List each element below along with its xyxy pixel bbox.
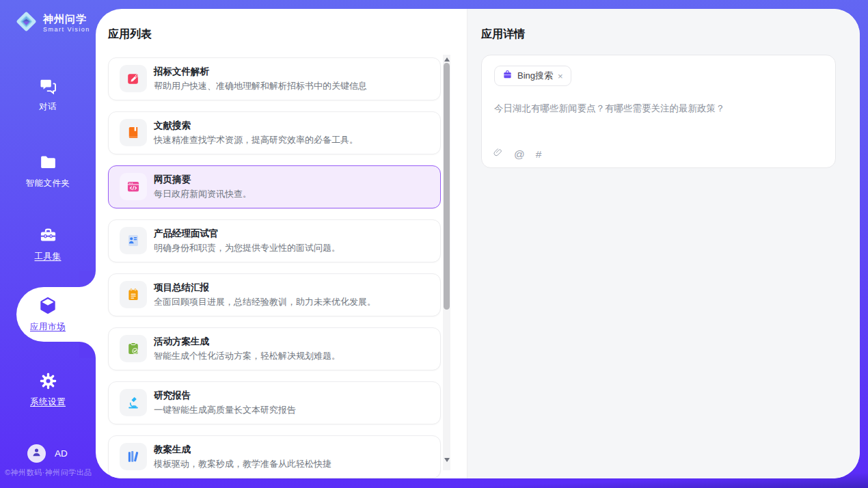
clipboard-check-icon: [120, 335, 147, 362]
app-card-title: 项目总结汇报: [154, 282, 209, 294]
diamond-logo-icon: [14, 9, 39, 37]
avatar: [27, 444, 46, 463]
app-card-description: 帮助用户快速、准确地理解和解析招标书中的关键信息: [154, 80, 367, 92]
prompt-card: Bing搜索 × 今日湖北有哪些新闻要点？有哪些需要关注的最新政策？ @ #: [481, 55, 836, 168]
at-sign-icon[interactable]: @: [514, 148, 525, 161]
app-card-title: 文献搜索: [154, 120, 191, 132]
sidebar-item-label: 智能文件夹: [0, 178, 96, 189]
main-content: 应用列表 招标文件解析 帮助用户快速、准确地理解和解析招标书中的关键信息 文献搜…: [96, 9, 860, 478]
scrollbar-down-arrow[interactable]: [444, 458, 450, 462]
app-card-description: 全面回顾项目进展，总结经验教训，助力未来优化发展。: [154, 296, 376, 308]
copyright-footer: ©神州数码·神州问学出品: [5, 467, 92, 478]
app-card-research-report[interactable]: 研究报告 一键智能生成高质量长文本研究报告: [108, 381, 441, 424]
app-card-title: 教案生成: [154, 444, 191, 456]
sidebar-item-toolset[interactable]: 工具集: [0, 226, 96, 262]
app-card-description: 模板驱动，教案秒成，教学准备从此轻松快捷: [154, 458, 331, 470]
sidebar: 神州问学 Smart Vision 对话 智能文件夹: [0, 0, 96, 488]
app-card-bid-document[interactable]: 招标文件解析 帮助用户快速、准确地理解和解析招标书中的关键信息: [108, 57, 441, 100]
scrollbar-up-arrow[interactable]: [444, 57, 450, 62]
brand-logo: 神州问学 Smart Vision: [14, 9, 90, 37]
sidebar-item-label: 对话: [0, 101, 96, 113]
sidebar-item-label: 工具集: [0, 251, 96, 262]
app-detail-panel: 应用详情 Bing搜索 × 今日湖北有哪些新闻要点？有哪些需要关注的最新政策？: [467, 9, 860, 478]
list-scrollbar-thumb[interactable]: [444, 63, 450, 310]
hash-icon[interactable]: #: [536, 148, 542, 161]
user-label: AD: [55, 448, 68, 459]
app-card-description: 快速精准查找学术资源，提高研究效率的必备工具。: [154, 134, 358, 146]
app-card-description: 明确身份和职责，为您提供专业性的面试问题。: [154, 242, 340, 254]
app-list-title: 应用列表: [108, 27, 152, 42]
person-icon: [31, 446, 42, 461]
sidebar-item-label: 应用市场: [0, 321, 96, 333]
gear-icon: [39, 372, 57, 393]
app-card-title: 研究报告: [154, 390, 191, 402]
app-card-description: 一键智能生成高质量长文本研究报告: [154, 404, 296, 416]
sidebar-item-settings[interactable]: 系统设置: [0, 372, 96, 408]
chat-icon: [39, 77, 57, 98]
app-card-title: 网页摘要: [154, 174, 191, 186]
books-icon: [120, 443, 147, 470]
briefcase-icon: [502, 70, 513, 83]
app-card-event-plan[interactable]: 活动方案生成 智能生成个性化活动方案，轻松解决规划难题。: [108, 327, 441, 370]
app-card-lesson-plan[interactable]: 教案生成 模板驱动，教案秒成，教学准备从此轻松快捷: [108, 435, 441, 478]
brand-name: 神州问学: [43, 13, 90, 26]
sidebar-item-app-market[interactable]: 应用市场: [0, 296, 96, 333]
app-card-description: 每日政府新闻资讯快查。: [154, 188, 252, 200]
app-card-title: 产品经理面试官: [154, 228, 219, 240]
app-card-title: 活动方案生成: [154, 336, 209, 348]
user-account[interactable]: AD: [27, 444, 68, 463]
attachment-toolbar: @ #: [493, 147, 541, 161]
prompt-input[interactable]: 今日湖北有哪些新闻要点？有哪些需要关注的最新政策？: [494, 103, 822, 115]
app-card-description: 智能生成个性化活动方案，轻松解决规划难题。: [154, 350, 340, 362]
notepad-icon: [120, 281, 147, 308]
toolbox-icon: [39, 226, 57, 247]
paperclip-icon[interactable]: [493, 147, 503, 161]
interviewer-icon: [120, 227, 147, 254]
folder-icon: [39, 153, 57, 174]
tool-chip-bing-search[interactable]: Bing搜索 ×: [494, 66, 571, 86]
app-detail-title: 应用详情: [481, 27, 525, 42]
app-card-pm-interviewer[interactable]: 产品经理面试官 明确身份和职责，为您提供专业性的面试问题。: [108, 219, 441, 262]
close-icon[interactable]: ×: [558, 72, 563, 81]
bubble-curve-bottom: [79, 342, 96, 358]
tool-chip-label: Bing搜索: [517, 70, 553, 82]
brand-tagline: Smart Vision: [43, 26, 90, 33]
microscope-icon: [120, 389, 147, 416]
app-card-literature-search[interactable]: 文献搜索 快速精准查找学术资源，提高研究效率的必备工具。: [108, 111, 441, 154]
sidebar-item-label: 系统设置: [0, 396, 96, 408]
app-card-title: 招标文件解析: [154, 66, 209, 78]
app-card-web-summary[interactable]: 网页摘要 每日政府新闻资讯快查。: [108, 165, 441, 208]
book-icon: [120, 119, 147, 146]
edit-document-icon: [120, 65, 147, 92]
browser-code-icon: [120, 173, 147, 200]
bubble-curve-top: [79, 271, 96, 287]
cube-icon: [38, 296, 57, 318]
sidebar-item-smart-folder[interactable]: 智能文件夹: [0, 153, 96, 189]
sidebar-item-chat[interactable]: 对话: [0, 77, 96, 113]
app-card-project-summary[interactable]: 项目总结汇报 全面回顾项目进展，总结经验教训，助力未来优化发展。: [108, 273, 441, 316]
